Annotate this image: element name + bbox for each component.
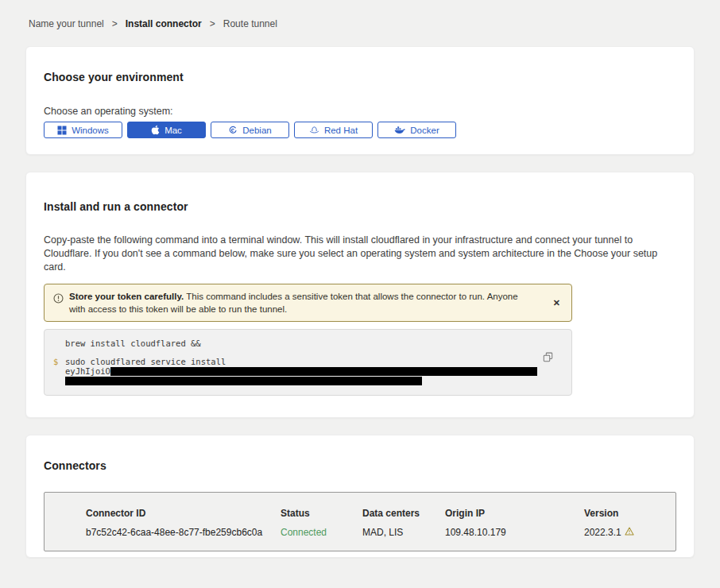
code-line-brew: brew install cloudflared &&	[53, 338, 540, 348]
code-line-sudo: $ sudo cloudflared service install	[53, 357, 540, 366]
version-value: 2022.3.1	[584, 527, 675, 538]
version-warning-icon	[625, 527, 634, 538]
docker-icon	[394, 126, 405, 134]
os-select-label: Choose an operating system:	[44, 106, 676, 117]
col-header-status: Status	[281, 508, 362, 519]
connectors-card: Connectors Connector ID Status Data cent…	[25, 435, 695, 558]
status-badge: Connected	[281, 527, 362, 538]
col-header-connector-id: Connector ID	[86, 508, 281, 519]
os-button-group: Windows Mac Debian	[44, 122, 676, 138]
breadcrumb-separator: >	[112, 18, 118, 29]
redhat-icon	[309, 126, 319, 135]
os-button-label: Red Hat	[324, 126, 358, 135]
os-button-label: Windows	[72, 126, 109, 135]
warning-message-bold: Store your token carefully.	[69, 292, 184, 301]
code-line-token: eyJhIjoiO	[53, 367, 540, 376]
os-button-docker[interactable]: Docker	[377, 122, 456, 138]
connectors-card-title: Connectors	[44, 459, 676, 472]
table-row: b7c52c42-6caa-48ee-8c77-fbe259cb6c0a Con…	[86, 527, 675, 538]
close-icon[interactable]: ✕	[553, 299, 560, 308]
environment-card-title: Choose your environment	[44, 71, 676, 83]
col-header-data-centers: Data centers	[362, 508, 445, 519]
breadcrumb: Name your tunnel > Install connector > R…	[0, 0, 720, 29]
os-button-label: Debian	[242, 126, 271, 135]
token-prefix: eyJhIjoiO	[65, 366, 110, 376]
col-header-version: Version	[584, 508, 675, 519]
install-connector-card: Install and run a connector Copy-paste t…	[25, 172, 695, 418]
redacted-token-bar	[110, 367, 537, 376]
breadcrumb-step-install-connector[interactable]: Install connector	[126, 18, 202, 29]
os-button-mac[interactable]: Mac	[127, 122, 206, 138]
debian-icon	[228, 126, 238, 135]
redacted-token-bar	[65, 377, 422, 385]
install-command-code-block: brew install cloudflared && $ sudo cloud…	[44, 329, 572, 396]
breadcrumb-separator: >	[210, 18, 215, 29]
code-gutter	[53, 367, 65, 376]
connectors-table: Connector ID Status Data centers Origin …	[44, 492, 676, 551]
environment-card: Choose your environment Choose an operat…	[25, 46, 695, 155]
alert-circle-icon	[53, 292, 64, 307]
windows-icon	[57, 126, 67, 135]
os-button-windows[interactable]: Windows	[44, 122, 122, 138]
warning-message: Store your token carefully. This command…	[69, 290, 562, 315]
breadcrumb-step-name-your-tunnel[interactable]: Name your tunnel	[29, 18, 104, 29]
os-button-label: Docker	[410, 126, 439, 135]
origin-ip-value: 109.48.10.179	[445, 527, 584, 538]
code-gutter	[53, 338, 65, 348]
copy-icon[interactable]	[543, 352, 553, 365]
token-warning-banner: Store your token carefully. This command…	[44, 284, 572, 322]
shell-prompt: $	[53, 357, 65, 366]
apple-icon	[151, 125, 160, 135]
connector-id-value: b7c52c42-6caa-48ee-8c77-fbe259cb6c0a	[86, 527, 281, 538]
connectors-table-header: Connector ID Status Data centers Origin …	[86, 508, 675, 519]
os-button-debian[interactable]: Debian	[211, 122, 289, 138]
breadcrumb-step-route-tunnel[interactable]: Route tunnel	[223, 18, 277, 29]
data-centers-value: MAD, LIS	[362, 527, 445, 538]
install-description: Copy-paste the following command into a …	[44, 234, 676, 274]
os-button-redhat[interactable]: Red Hat	[294, 122, 373, 138]
install-card-title: Install and run a connector	[44, 200, 676, 213]
col-header-origin-ip: Origin IP	[445, 508, 584, 519]
os-button-label: Mac	[165, 126, 182, 135]
